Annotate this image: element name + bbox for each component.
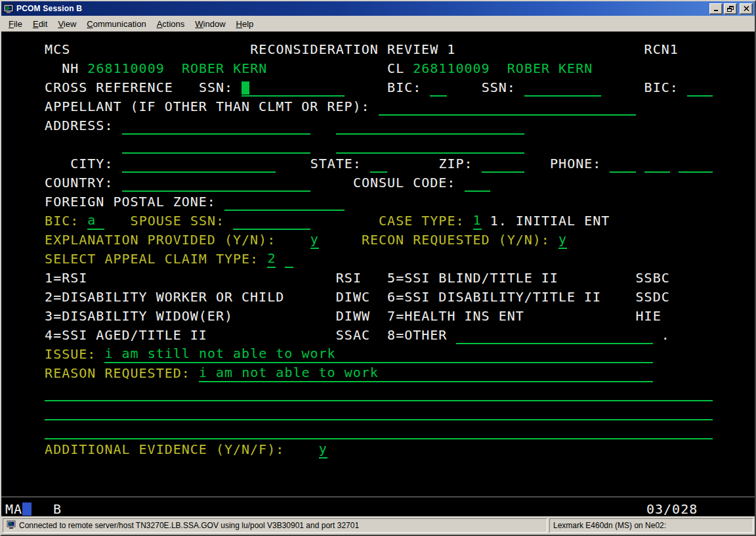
- label-select-appeal-claim-type: SELECT APPEAL CLAIM TYPE:: [45, 250, 259, 268]
- oia-separator: [1, 497, 755, 497]
- status-bar: Connected to remote server/host TN3270E.…: [1, 516, 755, 535]
- printer-status-text: Lexmark E460dn (MS) on Ne02:: [553, 521, 666, 530]
- field-case-type[interactable]: 1: [473, 212, 482, 230]
- minimize-button[interactable]: [709, 3, 723, 14]
- label-xref-ssn-1: SSN:: [199, 79, 233, 97]
- label-bic: BIC:: [45, 212, 79, 230]
- title-bar[interactable]: PCOM Session B: [1, 1, 755, 16]
- minimize-icon: [713, 6, 719, 12]
- oia-bar: MA B 03/028: [1, 501, 755, 518]
- field-appellant[interactable]: [379, 98, 636, 116]
- code-rsi: RSI: [336, 269, 362, 287]
- option-8-other: 8=OTHER: [387, 326, 447, 344]
- field-reason-cont-2[interactable]: [45, 403, 713, 420]
- oia-cursor-position: 03/028: [646, 501, 698, 518]
- label-spouse-ssn: SPOUSE SSN:: [131, 212, 224, 230]
- oia-status: MA: [5, 501, 22, 518]
- label-phone: PHONE:: [550, 155, 601, 173]
- label-nh: NH: [62, 60, 79, 78]
- field-issue[interactable]: i am still not able to work: [104, 346, 652, 363]
- option-1-rsi: 1=RSI: [45, 269, 87, 287]
- label-issue: ISSUE:: [45, 346, 96, 363]
- field-appeal-claim-type-2[interactable]: [285, 250, 293, 268]
- label-xref-ssn-2: SSN:: [482, 79, 516, 97]
- option-5-ssi-blind: 5=SSI BLIND/TITLE II: [387, 269, 558, 287]
- field-address-line1-b[interactable]: [336, 117, 524, 135]
- terminal-status-icon: [7, 520, 16, 531]
- field-foreign-postal-zone[interactable]: [224, 193, 345, 211]
- terminal-cursor: [242, 81, 249, 95]
- field-explanation-provided[interactable]: y: [310, 231, 319, 249]
- label-reason-requested: REASON REQUESTED:: [45, 365, 190, 382]
- label-foreign-postal-zone: FOREIGN POSTAL ZONE:: [45, 193, 216, 211]
- field-reason-requested[interactable]: i am not able to work: [199, 365, 653, 382]
- label-city: CITY:: [70, 155, 113, 173]
- field-address-line1-a[interactable]: [122, 117, 310, 135]
- connection-status-text: Connected to remote server/host TN3270E.…: [19, 521, 359, 530]
- field-recon-requested[interactable]: y: [558, 231, 567, 249]
- value-nh-name: ROBER KERN: [182, 60, 267, 78]
- label-appellant: APPELLANT (IF OTHER THAN CLMT OR REP):: [45, 98, 370, 116]
- restore-button[interactable]: [724, 3, 737, 14]
- close-icon: [744, 6, 749, 11]
- label-address: ADDRESS:: [45, 117, 113, 135]
- field-address-line2-a[interactable]: [122, 136, 310, 154]
- field-address-line2-b[interactable]: [336, 136, 524, 154]
- value-cl-name: ROBER KERN: [507, 60, 593, 78]
- screen-system-label: MCS: [45, 41, 70, 58]
- field-other[interactable]: [456, 326, 653, 344]
- field-spouse-ssn[interactable]: [233, 212, 310, 230]
- option-4-ssi-aged: 4=SSI AGED/TITLE II: [45, 326, 207, 344]
- field-phone-prefix[interactable]: [644, 155, 670, 173]
- field-additional-evidence[interactable]: y: [319, 441, 327, 458]
- code-diww: DIWW: [336, 307, 370, 325]
- field-zip[interactable]: [482, 155, 524, 173]
- field-state[interactable]: [370, 155, 387, 173]
- value-case-type-desc: 1. INITIAL ENT: [490, 212, 610, 230]
- field-xref-bic-1[interactable]: [430, 79, 447, 97]
- code-ssac: SSAC: [336, 326, 370, 344]
- label-recon-requested: RECON REQUESTED (Y/N):: [362, 231, 550, 249]
- option-7-health-ins: 7=HEALTH INS ENT: [387, 307, 524, 325]
- label-zip: ZIP:: [438, 155, 472, 173]
- option-2-disability-worker: 2=DISABILITY WORKER OR CHILD: [45, 288, 284, 306]
- field-consul-code[interactable]: [465, 174, 490, 192]
- label-xref-bic-1: BIC:: [387, 79, 421, 97]
- field-appeal-claim-type-1[interactable]: 2: [267, 250, 276, 268]
- menu-help[interactable]: Help: [231, 17, 259, 31]
- code-diwc: DIWC: [336, 288, 370, 306]
- field-phone-line[interactable]: [679, 155, 713, 173]
- field-phone-area[interactable]: [610, 155, 635, 173]
- menu-edit[interactable]: Edit: [28, 17, 52, 31]
- field-bic[interactable]: a: [87, 212, 104, 230]
- code-hie: HIE: [636, 307, 662, 325]
- option-3-disability-widow: 3=DISABILITY WIDOW(ER): [45, 307, 233, 325]
- oia-session-id: B: [53, 501, 62, 518]
- menu-view[interactable]: View: [52, 17, 81, 31]
- label-additional-evidence: ADDITIONAL EVIDENCE (Y/N/F):: [45, 441, 284, 458]
- menu-actions[interactable]: Actions: [152, 17, 190, 31]
- field-xref-ssn-2[interactable]: [524, 79, 601, 97]
- field-reason-cont-1[interactable]: [45, 384, 713, 401]
- label-cl: CL: [387, 60, 404, 78]
- menu-bar: FileEditViewCommunicationActionsWindowHe…: [1, 16, 755, 32]
- option-6-ssi-disability: 6=SSI DISABILITY/TITLE II: [387, 288, 601, 306]
- menu-communication[interactable]: Communication: [81, 17, 151, 31]
- close-button[interactable]: [740, 3, 753, 14]
- connection-status-panel: Connected to remote server/host TN3270E.…: [3, 518, 547, 533]
- field-xref-ssn-1[interactable]: [242, 79, 345, 97]
- code-ssdc: SSDC: [636, 288, 670, 306]
- menu-window[interactable]: Window: [190, 17, 230, 31]
- field-country[interactable]: [122, 174, 310, 192]
- label-xref-bic-2: BIC:: [644, 79, 679, 97]
- window-controls: [709, 3, 753, 14]
- field-reason-cont-3[interactable]: [45, 422, 713, 439]
- value-cl-ssn: 268110009: [413, 60, 490, 78]
- field-city[interactable]: [122, 155, 276, 173]
- field-xref-bic-2[interactable]: [687, 79, 713, 97]
- label-cross-reference: CROSS REFERENCE: [45, 79, 173, 97]
- app-icon: [3, 3, 14, 14]
- code-ssbc: SSBC: [636, 269, 670, 287]
- terminal-screen[interactable]: MCSRECONSIDERATION REVIEW 1RCN1NH2681100…: [1, 32, 755, 519]
- menu-file[interactable]: File: [3, 17, 28, 31]
